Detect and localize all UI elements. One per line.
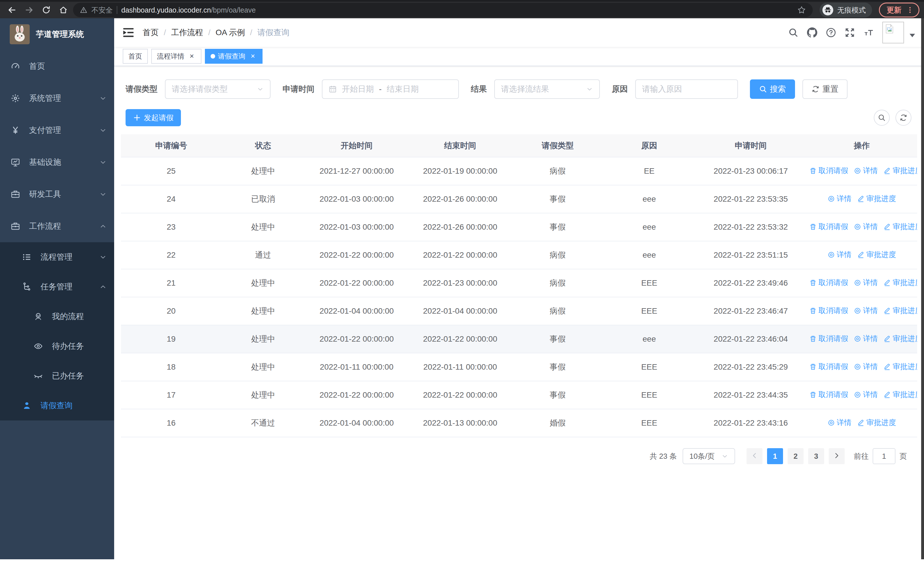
table-search-toggle-button[interactable]: [874, 110, 890, 126]
sidebar-item-devtools[interactable]: 研发工具: [0, 178, 114, 210]
action-label: 审批进度: [892, 165, 917, 176]
prev-page-button[interactable]: [747, 448, 762, 464]
table-row[interactable]: 24已取消2022-01-03 00:00:002022-01-26 00:00…: [121, 185, 917, 213]
bookmark-star-icon[interactable]: [797, 6, 806, 14]
table-row[interactable]: 20处理中2022-01-04 00:00:002022-01-04 00:00…: [121, 297, 917, 325]
action-cancel-link[interactable]: 取消请假: [809, 222, 848, 232]
kebab-menu-icon[interactable]: [906, 6, 914, 14]
action-detail-link[interactable]: 详情: [828, 194, 852, 204]
sidebar-item-workflow[interactable]: 工作流程: [0, 210, 114, 242]
leave-type-label: 请假类型: [126, 84, 158, 95]
action-progress-link[interactable]: 审批进度: [884, 165, 917, 176]
action-detail-link[interactable]: 详情: [828, 250, 852, 260]
browser-back-button[interactable]: [4, 3, 20, 17]
action-cancel-link[interactable]: 取消请假: [809, 362, 848, 371]
breadcrumb-item[interactable]: OA 示例: [216, 27, 245, 38]
sidebar-item-process-mgmt[interactable]: 流程管理: [0, 242, 114, 272]
page-size-select[interactable]: 10条/页: [682, 448, 735, 464]
reason-label: 原因: [612, 84, 628, 95]
sidebar-item-my-process[interactable]: 我的流程: [0, 302, 114, 331]
page-button[interactable]: 3: [808, 448, 824, 464]
table-row[interactable]: 25处理中2021-12-27 00:00:002022-01-19 00:00…: [121, 157, 917, 185]
table-row[interactable]: 23处理中2022-01-03 00:00:002022-01-26 00:00…: [121, 213, 917, 241]
fullscreen-button[interactable]: [844, 27, 855, 38]
page-button[interactable]: 1: [767, 448, 783, 464]
search-button[interactable]: 搜索: [750, 80, 795, 99]
sidebar-item-task-mgmt[interactable]: 任务管理: [0, 272, 114, 302]
tab-close-icon[interactable]: ×: [188, 52, 196, 60]
table-row[interactable]: 22通过2022-01-22 00:00:002022-01-22 00:00:…: [121, 241, 917, 269]
caret-down-icon[interactable]: [909, 27, 915, 38]
menu-fold-button[interactable]: [123, 27, 134, 38]
result-select[interactable]: 请选择流结果: [494, 80, 600, 99]
breadcrumb-item[interactable]: 工作流程: [171, 27, 203, 38]
reason-input[interactable]: 请输入原因: [635, 80, 738, 99]
github-button[interactable]: [807, 27, 817, 38]
action-detail-link[interactable]: 详情: [854, 222, 878, 232]
goto-input[interactable]: 1: [873, 448, 896, 464]
table-row[interactable]: 18处理中2022-01-11 00:00:002022-01-11 00:00…: [121, 353, 917, 381]
edit-pen-icon: [857, 195, 865, 203]
search-button[interactable]: [788, 27, 798, 38]
table-row[interactable]: 17处理中2022-01-22 00:00:002022-01-22 00:00…: [121, 381, 917, 409]
action-detail-link[interactable]: 详情: [854, 390, 878, 400]
sidebar-item-home[interactable]: 首页: [0, 50, 114, 82]
browser-reload-button[interactable]: [39, 3, 54, 17]
browser-home-button[interactable]: [56, 3, 71, 17]
apply-time-range-input[interactable]: 开始日期 - 结束日期: [322, 80, 459, 99]
sidebar-item-system[interactable]: 系统管理: [0, 82, 114, 114]
action-detail-link[interactable]: 详情: [854, 278, 878, 288]
browser-forward-button[interactable]: [22, 3, 36, 17]
tab-close-icon[interactable]: ×: [249, 52, 257, 60]
action-cancel-link[interactable]: 取消请假: [809, 165, 848, 176]
action-progress-link[interactable]: 审批进度: [884, 334, 917, 344]
reset-button[interactable]: 重置: [802, 80, 848, 99]
sidebar-item-leave-query[interactable]: 请假查询: [0, 391, 114, 420]
sidebar-item-todo-tasks[interactable]: 待办任务: [0, 331, 114, 361]
page-button[interactable]: 2: [788, 448, 804, 464]
table-row[interactable]: 19处理中2022-01-22 00:00:002022-01-22 00:00…: [121, 325, 917, 353]
action-detail-link[interactable]: 详情: [854, 362, 878, 371]
sidebar-item-done-tasks[interactable]: 已办任务: [0, 361, 114, 391]
sidebar-item-infra[interactable]: 基础设施: [0, 146, 114, 178]
avatar[interactable]: [882, 22, 904, 44]
table-refresh-button[interactable]: [896, 110, 912, 126]
tab-process-detail[interactable]: 流程详情×: [151, 49, 201, 64]
action-progress-link[interactable]: 审批进度: [884, 305, 917, 316]
action-cancel-link[interactable]: 取消请假: [809, 334, 848, 344]
action-progress-link[interactable]: 审批进度: [857, 418, 896, 428]
action-detail-link[interactable]: 详情: [854, 165, 878, 176]
action-progress-link[interactable]: 审批进度: [884, 362, 917, 371]
tab-home[interactable]: 首页: [123, 49, 148, 64]
action-cancel-link[interactable]: 取消请假: [809, 390, 848, 400]
address-bar[interactable]: 不安全 dashboard.yudao.iocoder.cn/bpm/oa/le…: [73, 3, 813, 17]
action-detail-link[interactable]: 详情: [828, 418, 852, 428]
action-cancel-link[interactable]: 取消请假: [809, 278, 848, 288]
question-button[interactable]: [826, 27, 836, 38]
action-detail-link[interactable]: 详情: [854, 305, 878, 316]
action-progress-link[interactable]: 审批进度: [857, 250, 896, 260]
action-progress-link[interactable]: 审批进度: [884, 390, 917, 400]
action-label: 详情: [863, 165, 878, 176]
leave-type-select[interactable]: 请选择请假类型: [165, 80, 270, 99]
table-row[interactable]: 21处理中2022-01-22 00:00:002022-01-23 00:00…: [121, 269, 917, 297]
sidebar-item-payment[interactable]: 支付管理: [0, 114, 114, 146]
tab-leave-query[interactable]: 请假查询×: [205, 49, 262, 64]
create-leave-button[interactable]: 发起请假: [126, 109, 181, 126]
next-page-button[interactable]: [829, 448, 844, 464]
cell-id: 22: [121, 241, 222, 269]
view-icon: [828, 195, 835, 203]
action-detail-link[interactable]: 详情: [854, 334, 878, 344]
update-button[interactable]: 更新: [879, 3, 920, 17]
table-row[interactable]: 16不通过2022-01-04 00:00:002022-01-13 00:00…: [121, 409, 917, 437]
font-size-button[interactable]: [864, 27, 874, 38]
tags-bar: 首页流程详情×请假查询×: [114, 47, 924, 66]
scrollbar[interactable]: [921, 18, 924, 559]
breadcrumb-item[interactable]: 首页: [142, 27, 159, 38]
app-logo-row[interactable]: 芋道管理系统: [0, 18, 114, 50]
action-progress-link[interactable]: 审批进度: [857, 194, 896, 204]
chevron-up-icon: [99, 223, 107, 230]
action-progress-link[interactable]: 审批进度: [884, 222, 917, 232]
action-progress-link[interactable]: 审批进度: [884, 278, 917, 288]
action-cancel-link[interactable]: 取消请假: [809, 305, 848, 316]
